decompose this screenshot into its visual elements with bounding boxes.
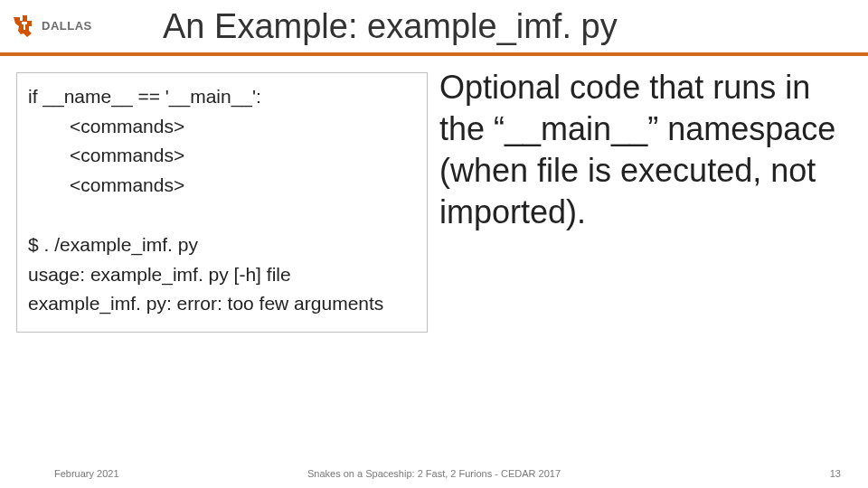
shell-output: example_imf. py: error: too few argument… [28, 289, 416, 319]
logo-text: DALLAS [42, 19, 92, 33]
texas-icon [9, 11, 38, 40]
code-gap [28, 200, 416, 230]
code-line-cmd: <commands> [28, 171, 416, 201]
shell-output: $ . /example_imf. py [28, 230, 416, 260]
footer-title: Snakes on a Spaceship: 2 Fast, 2 Furions… [0, 468, 868, 479]
slide: DALLAS An Example: example_imf. py if __… [0, 0, 868, 488]
slide-number: 13 [830, 468, 841, 479]
left-column: if __name__ == '__main__': <commands> <c… [16, 72, 428, 333]
code-box: if __name__ == '__main__': <commands> <c… [16, 72, 428, 333]
code-line-cmd: <commands> [28, 141, 416, 171]
shell-output: usage: example_imf. py [-h] file [28, 260, 416, 290]
slide-title: An Example: example_imf. py [163, 7, 618, 46]
explanation-text: Optional code that runs in the “__main__… [439, 67, 855, 233]
code-line-if: if __name__ == '__main__': [28, 82, 416, 112]
footer: February 2021 Snakes on a Spaceship: 2 F… [0, 459, 868, 479]
code-line-cmd: <commands> [28, 112, 416, 142]
utd-logo: DALLAS [9, 5, 108, 45]
title-bar: DALLAS An Example: example_imf. py [0, 0, 868, 56]
